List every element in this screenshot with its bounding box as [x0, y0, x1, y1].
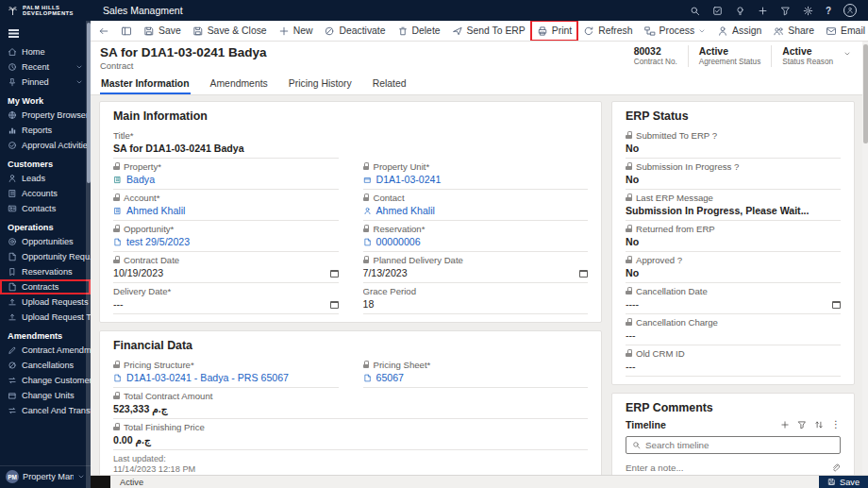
assign-button[interactable]: Assign — [711, 21, 767, 41]
chevron-down-icon[interactable] — [843, 50, 851, 58]
share-button[interactable]: Share — [767, 21, 820, 41]
sidebar-item-upload-requests[interactable]: Upload Requests — [0, 294, 91, 310]
paperclip-icon[interactable] — [831, 463, 841, 473]
opportunity-link[interactable]: test 29/5/2023 — [126, 236, 190, 248]
sidebar-item-accounts[interactable]: Accounts — [0, 186, 91, 201]
note-input[interactable] — [626, 463, 826, 473]
sidebar-item-label: Reservations — [22, 267, 73, 277]
lock-icon — [363, 361, 370, 368]
pricing-sheet-link[interactable]: 65067 — [376, 372, 404, 384]
tab-related[interactable]: Related — [372, 76, 408, 94]
deactivate-button[interactable]: Deactivate — [318, 21, 391, 41]
sort-icon[interactable] — [814, 420, 824, 429]
new-button[interactable]: New — [273, 21, 319, 41]
timeline-search-input[interactable] — [645, 440, 834, 450]
pin-icon — [8, 77, 17, 87]
calendar-icon[interactable] — [832, 301, 841, 309]
title-value[interactable]: SA for D1A1-03-0241 Badya — [113, 141, 339, 159]
send-to-erp-button[interactable]: Send To ERP — [446, 21, 531, 41]
app-title[interactable]: Sales Managment — [103, 5, 183, 16]
sidebar-item-upload-request-t[interactable]: Upload Request T... — [0, 310, 91, 325]
sidebar-item-contacts[interactable]: Contacts — [0, 201, 91, 216]
swap-icon — [8, 376, 17, 385]
help-icon[interactable]: ? — [826, 6, 831, 16]
quick-create-plus-icon[interactable] — [758, 6, 768, 16]
save-and-close-button[interactable]: Save & Close — [187, 21, 273, 41]
print-button[interactable]: Print — [531, 21, 577, 41]
top-app-bar: PALM HILLS DEVELOPMENTS Sales Managment … — [0, 0, 868, 21]
timeline-search[interactable] — [626, 436, 841, 454]
sidebar-item-recent[interactable]: Recent — [0, 59, 91, 75]
delete-button[interactable]: Delete — [392, 21, 446, 41]
chevron-down-icon[interactable] — [75, 63, 83, 71]
sidebar-scrollbar[interactable] — [86, 21, 91, 488]
hamburger-menu-icon[interactable] — [0, 25, 91, 44]
settings-gear-icon[interactable] — [803, 6, 813, 16]
account-link[interactable]: Ahmed Khalil — [126, 205, 185, 217]
chevron-up-icon[interactable] — [77, 473, 85, 480]
calendar-icon[interactable] — [330, 270, 339, 278]
tab-amendments[interactable]: Amendments — [209, 76, 269, 94]
sidebar-item-opportunity-requests[interactable]: Opportunity Requ... — [0, 249, 91, 264]
sidebar-item-opportunities[interactable]: Opportunities — [0, 234, 91, 249]
area-switcher[interactable]: PM Property Manage... — [0, 465, 91, 488]
reservation-value[interactable]: 00000006 — [363, 234, 589, 252]
layout-button[interactable] — [115, 21, 138, 41]
lock-icon — [363, 162, 370, 170]
property-link[interactable]: Badya — [126, 174, 155, 186]
property-unit-link[interactable]: D1A1-03-0241 — [376, 174, 442, 186]
plus-icon[interactable] — [780, 420, 790, 429]
tasks-icon[interactable] — [712, 6, 723, 16]
property-unit-value[interactable]: D1A1-03-0241 — [363, 172, 589, 190]
chevron-down-icon[interactable] — [75, 78, 83, 86]
refresh-button[interactable]: Refresh — [577, 21, 638, 41]
sidebar-item-property-browser[interactable]: Property Browser — [0, 108, 91, 123]
sidebar-item-cancellations[interactable]: Cancellations — [0, 358, 91, 373]
account-value[interactable]: Ahmed Khalil — [113, 203, 339, 221]
contact-link[interactable]: Ahmed Khalil — [376, 205, 435, 217]
calendar-icon[interactable] — [330, 301, 339, 309]
sidebar-item-contracts[interactable]: Contracts — [0, 279, 91, 294]
filter-icon[interactable] — [780, 6, 791, 16]
reservation-link[interactable]: 00000006 — [376, 236, 421, 248]
sidebar-item-contract-amendments[interactable]: Contract Amendm... — [0, 343, 91, 358]
sidebar-item-approval-activities[interactable]: Approval Activities — [0, 138, 91, 153]
sidebar-item-change-units[interactable]: Change Units — [0, 388, 91, 403]
sidebar-item-reports[interactable]: Reports — [0, 123, 91, 138]
tab-master-information[interactable]: Master Information — [100, 76, 191, 94]
lock-icon — [363, 194, 370, 201]
property-value[interactable]: Badya — [113, 172, 339, 190]
pricing-structure-value[interactable]: D1A1-03-0241 - Badya - PRS 65067 — [113, 370, 339, 388]
user-avatar[interactable] — [843, 4, 857, 17]
process-button[interactable]: Process — [639, 21, 712, 41]
sidebar-item-cancel-and-transfer[interactable]: Cancel And Transf... — [0, 403, 91, 418]
note-input-row[interactable] — [626, 463, 841, 475]
search-icon[interactable] — [690, 6, 700, 16]
main-scrollbar[interactable] — [862, 42, 868, 475]
lightbulb-icon[interactable] — [735, 6, 745, 16]
contact-value[interactable]: Ahmed Khalil — [363, 203, 589, 221]
circle-slash-icon — [324, 25, 335, 37]
calendar-icon[interactable] — [579, 270, 588, 278]
send-icon — [452, 25, 463, 37]
email-a-link-button[interactable]: Email a Link — [820, 21, 868, 41]
pricing-structure-link[interactable]: D1A1-03-0241 - Badya - PRS 65067 — [126, 372, 289, 384]
more-vertical-icon[interactable]: ⋮ — [831, 420, 841, 429]
lock-icon — [113, 256, 120, 263]
sidebar-item-change-customers[interactable]: Change Customers — [0, 373, 91, 388]
tab-pricing-history[interactable]: Pricing History — [288, 76, 353, 94]
planned-delivery-date-value[interactable]: 7/13/2023 — [363, 265, 589, 283]
sidebar-item-reservations[interactable]: Reservations — [0, 264, 91, 279]
save-button[interactable]: Save — [138, 21, 187, 41]
sidebar-item-home[interactable]: Home — [0, 44, 91, 59]
grace-period-value[interactable]: 18 — [363, 296, 589, 314]
contract-date-value[interactable]: 10/19/2023 — [113, 265, 339, 283]
filter-icon[interactable] — [797, 420, 807, 429]
opportunity-value[interactable]: test 29/5/2023 — [113, 234, 339, 252]
delivery-date-value[interactable]: --- — [113, 296, 339, 314]
sidebar-item-leads[interactable]: Leads — [0, 171, 91, 186]
back-button[interactable] — [92, 21, 115, 41]
sidebar-item-pinned[interactable]: Pinned — [0, 75, 91, 90]
pricing-sheet-value[interactable]: 65067 — [363, 370, 589, 388]
save-status-button[interactable]: Save — [819, 476, 868, 488]
